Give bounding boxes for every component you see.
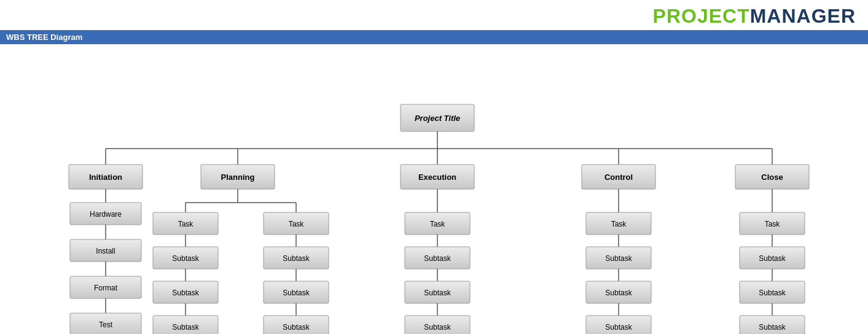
execution-subtask-1: Subtask [405,247,470,269]
logo: PROJECTMANAGER [653,5,856,28]
planning-r-subtask-l3: Subtask [264,316,329,334]
svg-text:Subtask: Subtask [605,323,632,332]
wbs-diagram: Project Title Initiation Hardware [10,50,858,334]
root-label: Project Title [414,114,459,123]
execution-node: Execution [401,165,474,189]
close-subtask-2: Subtask [740,281,805,303]
hardware-node: Hardware [70,203,141,225]
initiation-node: Initiation [69,165,143,189]
planning-node: Planning [201,165,275,189]
svg-text:Subtask: Subtask [172,254,199,263]
wbs-title: WBS TREE Diagram [6,33,82,42]
svg-text:Subtask: Subtask [172,289,199,297]
close-task: Task [740,212,805,235]
logo-manager: MANAGER [750,5,856,27]
diagram-area: Project Title Initiation Hardware [0,44,868,334]
svg-text:Initiation: Initiation [88,173,122,182]
svg-text:Subtask: Subtask [759,289,786,297]
format-node: Format [70,276,141,298]
svg-text:Hardware: Hardware [89,210,121,219]
svg-text:Subtask: Subtask [424,323,451,332]
svg-text:Format: Format [93,284,117,292]
execution-subtask-3: Subtask [405,316,470,334]
svg-text:Subtask: Subtask [172,323,199,332]
control-node: Control [582,165,655,189]
logo-project: PROJECT [653,5,750,27]
execution-task: Task [405,212,470,235]
svg-text:Subtask: Subtask [283,323,310,332]
planning-r-subtask-l1: Subtask [264,247,329,269]
svg-text:Subtask: Subtask [424,289,451,297]
control-subtask-1: Subtask [586,247,651,269]
svg-text:Subtask: Subtask [283,254,310,263]
svg-text:Close: Close [761,173,783,182]
svg-text:Install: Install [96,247,115,255]
install-node: Install [70,239,141,262]
planning-subtask-l3: Subtask [153,316,218,334]
execution-subtask-2: Subtask [405,281,470,303]
planning-task-right: Task [264,212,329,235]
test-node: Test [70,313,141,334]
svg-text:Control: Control [604,173,632,182]
planning-task-left: Task [153,212,218,235]
control-subtask-3: Subtask [586,316,651,334]
svg-text:Subtask: Subtask [605,289,632,297]
planning-subtask-l1: Subtask [153,247,218,269]
svg-text:Planning: Planning [221,173,254,182]
svg-text:Task: Task [288,220,304,228]
root-node: Project Title [401,104,474,131]
control-subtask-2: Subtask [586,281,651,303]
planning-r-subtask-l2: Subtask [264,281,329,303]
wbs-title-bar: WBS TREE Diagram [0,30,868,44]
svg-text:Task: Task [178,220,194,228]
svg-text:Subtask: Subtask [759,254,786,263]
planning-subtask-l2: Subtask [153,281,218,303]
svg-text:Task: Task [611,220,627,228]
svg-text:Task: Task [764,220,780,228]
close-subtask-3: Subtask [740,316,805,334]
header: PROJECTMANAGER [0,0,868,30]
svg-text:Execution: Execution [418,173,456,182]
control-task: Task [586,212,651,235]
svg-text:Test: Test [98,320,112,329]
svg-text:Subtask: Subtask [605,254,632,263]
close-subtask-1: Subtask [740,247,805,269]
svg-text:Subtask: Subtask [424,254,451,263]
svg-text:Task: Task [429,220,445,228]
svg-text:Subtask: Subtask [283,289,310,297]
svg-text:Subtask: Subtask [759,323,786,332]
close-node: Close [735,165,809,189]
